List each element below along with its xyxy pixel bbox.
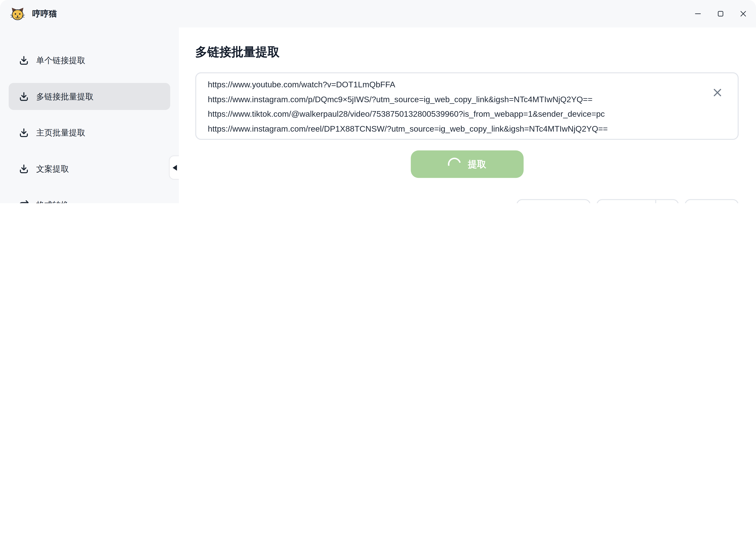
sidebar-item-label: 单个链接提取 bbox=[36, 55, 85, 66]
maximize-icon[interactable] bbox=[716, 9, 725, 18]
sidebar-item-label: 多链接批量提取 bbox=[36, 91, 94, 102]
close-window-icon[interactable] bbox=[739, 9, 748, 18]
sidebar-nav: 单个链接提取 多链接批量提取 主页批量提取 文案提取 格式转换 批量修改MD5 bbox=[0, 27, 179, 203]
url-line: https://www.instagram.com/reel/DP1X88TCN… bbox=[208, 122, 704, 137]
sidebar-item-label: 格式转换 bbox=[36, 199, 69, 203]
sidebar-collapse-handle[interactable] bbox=[169, 155, 180, 180]
sidebar-item-homepage-batch-extract[interactable]: 主页批量提取 bbox=[9, 119, 170, 146]
sidebar-item-label: 主页批量提取 bbox=[36, 127, 85, 138]
download-icon bbox=[18, 163, 29, 174]
sidebar-item-copywriting-extract[interactable]: 文案提取 bbox=[9, 155, 170, 182]
window-controls bbox=[694, 9, 748, 18]
app-title: 哼哼猫 bbox=[32, 8, 57, 19]
split-divider bbox=[655, 200, 656, 203]
main-content: 多链接批量提取 https://www.youtube.com/watch?v=… bbox=[179, 27, 756, 203]
convert-icon bbox=[18, 199, 29, 203]
app-window: 哼哼猫 单个链接提取 多链接批量提取 主页批量提取 文案提取 bbox=[0, 0, 756, 203]
collapse-left-triangle-icon bbox=[173, 165, 177, 171]
download-all-button[interactable]: 全部下载 bbox=[684, 199, 739, 203]
sidebar-item-format-convert[interactable]: 格式转换 bbox=[9, 192, 170, 203]
download-icon bbox=[18, 127, 29, 138]
extract-button[interactable]: 提取 bbox=[411, 151, 523, 178]
url-input[interactable]: https://www.youtube.com/watch?v=DOT1LmQb… bbox=[195, 72, 739, 140]
app-logo-cat-icon bbox=[10, 6, 25, 21]
url-line: https://www.youtube.com/watch?v=DOT1LmQb… bbox=[208, 78, 704, 93]
extract-button-label: 提取 bbox=[468, 158, 486, 171]
loading-spinner-icon bbox=[445, 155, 463, 173]
sidebar: 单个链接提取 多链接批量提取 主页批量提取 文案提取 格式转换 批量修改MD5 bbox=[0, 27, 179, 203]
download-video-only-split-button[interactable]: 仅下载视频 bbox=[596, 199, 679, 203]
download-selected-button[interactable]: 下载选中项 (1) bbox=[516, 199, 590, 203]
clear-input-icon[interactable] bbox=[712, 87, 723, 98]
url-line: https://www.instagram.com/p/DQmc9×5jIWS/… bbox=[208, 93, 704, 107]
sidebar-item-label: 文案提取 bbox=[36, 163, 69, 174]
minimize-icon[interactable] bbox=[694, 9, 702, 18]
url-line: https://www.tiktok.com/@walkerpaul28/vid… bbox=[208, 107, 704, 122]
page-title: 多链接批量提取 bbox=[195, 44, 739, 60]
sidebar-item-multi-link-batch-extract[interactable]: 多链接批量提取 bbox=[9, 83, 170, 110]
sidebar-item-single-link-extract[interactable]: 单个链接提取 bbox=[9, 47, 170, 74]
titlebar: 哼哼猫 bbox=[0, 0, 756, 27]
toolbar: 下载选中项 (1) 仅下载视频 全部下载 bbox=[516, 199, 738, 203]
download-icon bbox=[18, 55, 29, 66]
download-icon bbox=[18, 91, 29, 102]
